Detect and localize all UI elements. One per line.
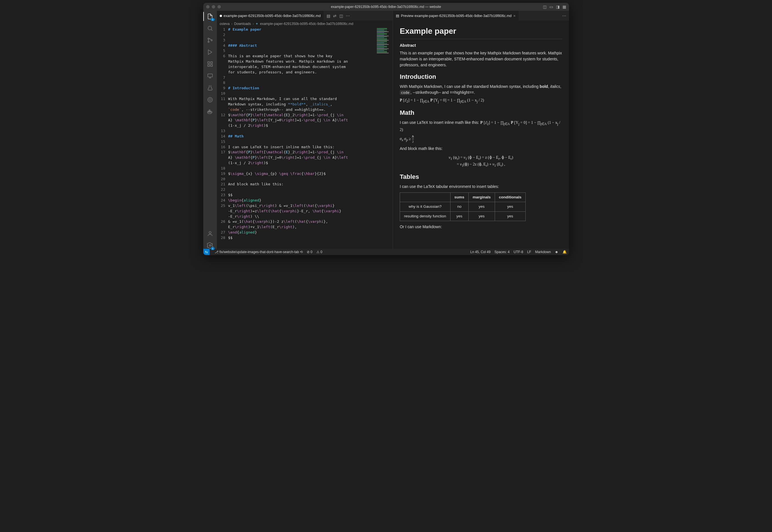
settings-badge: 1 [211, 247, 214, 250]
strike-text: --strikethrough-- [413, 90, 441, 95]
tab-label: example-paper-6291350b-b095-45dc-9dbe-3a… [224, 14, 321, 18]
table-row: resulting density function yes yes yes [400, 211, 526, 221]
code-content[interactable]: # Example paper #### Abstract This is an… [228, 27, 393, 249]
close-icon[interactable]: × [513, 14, 516, 18]
titlebar: example-paper-6291350b-b095-45dc-9dbe-3a… [203, 3, 569, 11]
window-title: example-paper-6291350b-b095-45dc-9dbe-3a… [203, 5, 569, 9]
table-cell: no [450, 202, 468, 211]
tab-editor[interactable]: example-paper-6291350b-b095-45dc-9dbe-3a… [217, 11, 324, 21]
preview-tab-actions: ⋯ [559, 11, 569, 21]
table-cell: yes [468, 202, 495, 211]
table-cell: yes [495, 202, 526, 211]
indentation[interactable]: Spaces: 4 [494, 250, 509, 254]
lens-icon[interactable] [207, 96, 213, 103]
notifications-icon[interactable]: 🔔 [562, 250, 567, 254]
accounts-icon[interactable] [207, 230, 213, 237]
testing-icon[interactable] [207, 84, 213, 91]
text: , [548, 84, 550, 89]
breadcrumb-seg: example-paper-6291350b-b095-45dc-9dbe-3a… [260, 22, 353, 26]
svg-rect-11 [208, 111, 209, 112]
editor-tab-actions: ▤ ⇄ ◫ ⋯ [324, 11, 353, 21]
extensions-icon[interactable] [207, 61, 213, 67]
minimap[interactable] [376, 27, 393, 78]
preview-inline-math: P [𝓔2] = 1 − ∏j∈A P [Yj = 0] = 1 − ∏j∈A … [400, 97, 562, 104]
text: I can use LaTeX to insert inline math li… [400, 120, 480, 125]
branch-name: fix/website/update-images-that-dont-have… [219, 250, 299, 254]
source-control-icon[interactable] [207, 37, 213, 44]
svg-rect-4 [208, 62, 209, 63]
editor-tabs: example-paper-6291350b-b095-45dc-9dbe-3a… [217, 11, 393, 21]
text: With Mathpix Markdown, I can use all the… [400, 84, 540, 89]
git-branch[interactable]: ⎇ fix/website/update-images-that-dont-ha… [215, 250, 303, 254]
preview-icon: ▤ [396, 14, 399, 18]
split-editor-icon[interactable]: ◫ [339, 14, 343, 18]
line-number-gutter: 123456 7891011 12 1314151617 18192021222… [217, 27, 228, 249]
svg-rect-7 [210, 65, 212, 66]
text: , [411, 90, 413, 95]
italic-text: italics [550, 84, 560, 89]
language-mode[interactable]: Markdown [535, 250, 551, 254]
docker-icon[interactable] [207, 108, 213, 115]
preview-intro-text: With Mathpix Markdown, I can use all the… [400, 84, 562, 96]
table-row: why is it Gaussian? no yes yes [400, 202, 526, 211]
markdown-preview[interactable]: Example paper Abstract This is an exampl… [393, 21, 569, 249]
table-cell: resulting density function [400, 211, 450, 221]
diff-icon[interactable]: ⇄ [333, 14, 337, 18]
minimize-window-icon[interactable] [212, 5, 215, 9]
code-text: code [400, 90, 411, 95]
encoding[interactable]: UTF-8 [513, 250, 523, 254]
svg-point-15 [209, 232, 211, 234]
svg-rect-14 [209, 110, 210, 111]
preview-abstract-heading: Abstract [400, 43, 562, 48]
table-cell: yes [468, 211, 495, 221]
zoom-window-icon[interactable] [217, 5, 221, 9]
panel-bottom-icon[interactable]: ▭ [549, 5, 553, 9]
chevron-right-icon: › [253, 22, 254, 26]
panel-left-icon[interactable]: ◫ [543, 5, 547, 9]
preview-math-text: I can use LaTeX to insert inline math li… [400, 120, 562, 132]
traffic-lights [206, 5, 221, 9]
close-window-icon[interactable] [206, 5, 210, 9]
table-cell: why is it Gaussian? [400, 202, 450, 211]
settings-gear-icon[interactable]: 1 [207, 242, 213, 249]
cursor-position[interactable]: Ln 45, Col 49 [470, 250, 490, 254]
bold-text: bold [540, 84, 548, 89]
preview-abstract-text: This is an example paper that shows how … [400, 50, 562, 68]
preview-tabs: ▤ Preview example-paper-6291350b-b095-45… [393, 11, 569, 21]
table-header: conditionals [495, 193, 526, 202]
open-preview-icon[interactable]: ▤ [327, 14, 330, 18]
svg-point-16 [209, 245, 211, 246]
search-icon[interactable] [207, 25, 213, 32]
more-actions-icon[interactable]: ⋯ [562, 14, 566, 18]
svg-point-10 [209, 99, 211, 101]
run-debug-icon[interactable] [207, 49, 213, 56]
preview-inline-math-2: σx σp ≥ ℏ2 [400, 134, 562, 144]
breadcrumb-seg: Downloads [234, 22, 251, 26]
svg-point-2 [208, 41, 209, 43]
breadcrumb-seg: osteva [220, 22, 230, 26]
panel-right-icon[interactable]: ◨ [556, 5, 560, 9]
code-editor[interactable]: 123456 7891011 12 1314151617 18192021222… [217, 27, 393, 249]
problems-errors[interactable]: ⊘ 0 [307, 250, 312, 254]
layout-controls: ◫ ▭ ◨ ▦ [543, 5, 566, 9]
svg-rect-13 [210, 111, 211, 112]
explorer-icon[interactable]: 1 [207, 13, 213, 20]
tab-preview[interactable]: ▤ Preview example-paper-6291350b-b095-45… [393, 11, 519, 21]
status-bar: ⇆ ⎇ fix/website/update-images-that-dont-… [203, 249, 569, 255]
remote-explorer-icon[interactable] [207, 73, 213, 79]
vscode-window: example-paper-6291350b-b095-45dc-9dbe-3a… [203, 3, 569, 255]
layout-customize-icon[interactable]: ▦ [562, 5, 566, 9]
feedback-icon[interactable]: ☻ [555, 250, 559, 254]
svg-point-0 [208, 26, 211, 30]
svg-rect-8 [208, 74, 212, 77]
svg-point-1 [208, 38, 209, 39]
eol[interactable]: LF [527, 250, 531, 254]
modified-dot-icon [220, 15, 222, 17]
problems-warnings[interactable]: ⚠ 0 [316, 250, 322, 254]
breadcrumb[interactable]: osteva › Downloads › ✦ example-paper-629… [217, 21, 393, 27]
text: , [560, 84, 561, 89]
remote-indicator[interactable]: ⇆ [203, 249, 210, 255]
tab-label: Preview example-paper-6291350b-b095-45dc… [401, 14, 512, 18]
more-actions-icon[interactable]: ⋯ [346, 14, 350, 18]
preview-intro-heading: Introduction [400, 72, 562, 81]
